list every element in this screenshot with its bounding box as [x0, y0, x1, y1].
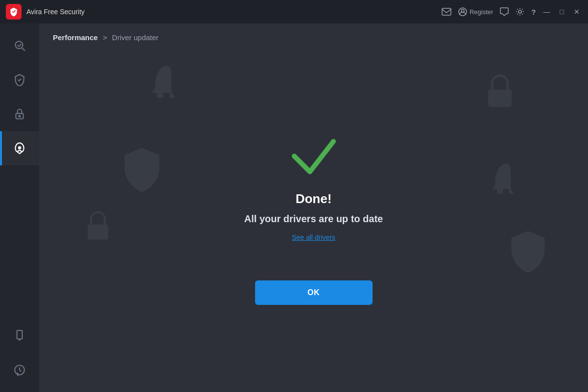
chat-icon[interactable]	[500, 7, 509, 16]
sidebar-item-protection[interactable]	[0, 63, 39, 97]
close-button[interactable]: ✕	[571, 7, 582, 17]
success-checkmark	[289, 137, 338, 178]
register-label: Register	[470, 8, 493, 16]
main-content: Done! All your drivers are up to date Se…	[39, 49, 588, 392]
svg-rect-11	[17, 330, 23, 339]
sidebar-item-privacy[interactable]	[0, 97, 39, 131]
sidebar	[0, 23, 39, 392]
content-area: Performance > Driver updater	[39, 23, 588, 392]
sidebar-item-performance[interactable]	[0, 131, 39, 165]
svg-point-10	[19, 147, 21, 149]
minimize-button[interactable]: —	[541, 7, 553, 17]
svg-point-15	[17, 374, 19, 376]
maximize-button[interactable]: □	[558, 7, 566, 17]
drivers-subtitle: All your drivers are up to date	[244, 213, 383, 225]
window-controls: — □ ✕	[541, 7, 582, 17]
sidebar-item-update[interactable]	[0, 353, 39, 387]
breadcrumb-parent[interactable]: Performance	[53, 33, 98, 42]
titlebar-actions: Register ?	[442, 7, 536, 16]
svg-point-4	[15, 41, 23, 48]
app-name: Avira Free Security	[26, 8, 442, 16]
app-body: Performance > Driver updater	[0, 23, 588, 392]
ok-button[interactable]: OK	[255, 280, 373, 305]
sidebar-bottom	[0, 319, 39, 392]
svg-rect-0	[442, 8, 451, 15]
sidebar-item-scan[interactable]	[0, 28, 39, 63]
done-title: Done!	[296, 191, 332, 207]
app-logo	[6, 4, 22, 20]
breadcrumb-current: Driver updater	[112, 33, 159, 42]
settings-icon[interactable]	[516, 7, 524, 16]
see-all-drivers-link[interactable]: See all drivers	[292, 233, 335, 241]
register-button[interactable]: Register	[458, 7, 493, 16]
sidebar-item-device[interactable]	[0, 319, 39, 353]
svg-point-9	[19, 115, 20, 117]
mail-icon[interactable]	[442, 8, 451, 16]
svg-line-5	[22, 48, 25, 51]
svg-point-2	[461, 9, 464, 12]
help-icon[interactable]: ?	[531, 8, 536, 16]
breadcrumb: Performance > Driver updater	[39, 23, 588, 49]
svg-point-3	[518, 10, 521, 13]
breadcrumb-separator: >	[103, 33, 107, 42]
svg-line-7	[19, 44, 21, 46]
titlebar: Avira Free Security Register	[0, 0, 588, 23]
